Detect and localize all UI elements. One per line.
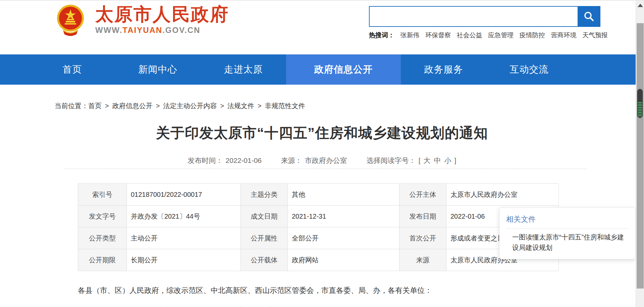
nav-item-interaction[interactable]: 互动交流 [486,54,572,85]
nav-item-about-taiyuan[interactable]: 走进太原 [201,54,286,85]
bracket-close: ] [454,157,457,164]
hot-keyword-link[interactable]: 疫情防控 [520,31,545,40]
info-label-topic-category: 主题分类 [241,184,288,206]
breadcrumb-item-home[interactable]: 首页 [88,101,102,111]
scrollbar-thumb[interactable] [637,23,644,289]
source-value: 市政府办公室 [305,157,347,164]
table-row: 索引号 012187001/2022-00017 主题分类 其他 公开主体 太原… [78,184,559,206]
hot-keyword-link[interactable]: 张新伟 [400,31,420,40]
search-input[interactable] [369,6,578,27]
site-logo[interactable]: 太原市人民政府 WWW.TAIYUAN.GOV.CN [56,3,229,36]
national-emblem-icon [56,3,85,36]
info-label-disclosure-attribute: 公开属性 [241,227,288,249]
breadcrumb: 当前位置： 首页 > 政府信息公开 > 法定主动公开内容 > 法规文件 > 非规… [55,101,305,111]
nav-item-home[interactable]: 首页 [30,54,115,85]
info-value-date-written: 2021-12-31 [288,206,399,227]
publish-time-value: 2022-01-06 [226,157,262,164]
related-documents-title: 相关文件 [506,214,629,224]
article-meta: 发布时间：2022-01-06 来源：市政府办公室 选择阅读字号：[大中小] [0,156,644,165]
scrollbar-up-arrow-icon[interactable] [638,4,643,7]
document-body: 各县（市、区）人民政府，综改示范区、中北高新区、西山示范区管委会，市直各委、局、… [78,285,557,307]
source-label: 来源： [281,157,302,164]
search-bar [369,6,600,27]
hot-keyword-link[interactable]: 营商环境 [551,31,576,40]
breadcrumb-separator: > [156,102,160,110]
info-label-date-published: 发布日期 [399,206,446,227]
scrollbar-marker-stripes [638,102,642,117]
site-url: WWW.TAIYUAN.GOV.CN [95,26,229,35]
info-label-index-no: 索引号 [78,184,127,206]
font-size-label: 选择阅读字号： [367,157,416,164]
document-salutation: 各县（市、区）人民政府，综改示范区、中北高新区、西山示范区管委会，市直各委、局、… [78,285,557,296]
breadcrumb-item-non-normative-docs[interactable]: 非规范性文件 [265,101,305,111]
hot-keyword-link[interactable]: 环保督察 [425,31,451,40]
site-name: 太原市人民政府 [95,3,229,25]
breadcrumb-item-regulatory-docs[interactable]: 法规文件 [227,101,254,111]
table-row: 公开期限 长期公开 公开载体 政府网站 来源 太原市人民政府办公室 [78,249,559,271]
hot-keywords-row: 热搜词： 张新伟 环保督察 社会公益 应急管理 疫情防控 营商环境 天气预报 [369,31,608,40]
hot-keyword-link[interactable]: 应急管理 [488,31,514,40]
info-label-disclosure-period: 公开期限 [78,249,127,271]
info-label-disclosing-body: 公开主体 [399,184,446,206]
related-documents-popup: 相关文件 一图读懂太原市“十四五”住房和城乡建设局建设规划 [499,207,636,259]
bracket-open: [ [419,157,421,164]
info-value-disclosure-period: 长期公开 [127,249,241,271]
info-label-doc-number: 发文字号 [78,206,127,227]
search-button[interactable] [578,6,600,27]
vertical-scrollbar[interactable] [636,1,644,307]
nav-item-gov-info-disclosure[interactable]: 政府信息公开 [286,54,401,85]
info-value-disclosure-type: 主动公开 [127,227,241,249]
breadcrumb-item-gov-info[interactable]: 政府信息公开 [112,101,153,111]
breadcrumb-label: 当前位置： [55,101,88,111]
page-title: 关于印发太原市“十四五”住房和城乡建设规划的通知 [0,124,644,142]
info-value-topic-category: 其他 [288,184,399,206]
publish-time-label: 发布时间： [188,157,223,164]
search-icon [583,11,595,22]
info-label-disclosure-carrier: 公开载体 [241,249,288,271]
page: 太原市人民政府 WWW.TAIYUAN.GOV.CN 热搜词： 张新伟 环保督察… [0,0,644,307]
scrollbar-position-marker[interactable] [637,89,643,118]
info-value-index-no: 012187001/2022-00017 [127,184,241,206]
info-label-source: 来源 [399,249,446,271]
info-value-disclosing-body: 太原市人民政府办公室 [446,184,559,206]
hot-keyword-link[interactable]: 社会公益 [457,31,482,40]
table-row: 公开类型 主动公开 公开属性 全部公开 首次公开 形成或者变更之日 [78,227,559,249]
info-label-disclosure-type: 公开类型 [78,227,127,249]
info-value-disclosure-carrier: 政府网站 [288,249,399,271]
breadcrumb-separator: > [258,102,262,110]
font-size-medium-button[interactable]: 中 [434,157,441,164]
hot-keywords-label: 热搜词： [369,31,394,40]
info-value-doc-number: 并政办发〔2021〕44号 [127,206,241,227]
info-value-disclosure-attribute: 全部公开 [288,227,399,249]
related-document-link[interactable]: 一图读懂太原市“十四五”住房和城乡建设局建设规划 [506,232,628,253]
breadcrumb-separator: > [105,102,109,110]
info-label-date-written: 成文日期 [241,206,288,227]
nav-item-news[interactable]: 新闻中心 [115,54,201,85]
breadcrumb-separator: > [220,102,224,110]
info-label-first-disclosure: 首次公开 [399,227,446,249]
main-nav: 首页 新闻中心 走进太原 政府信息公开 政务服务 互动交流 [0,54,636,85]
document-paragraph: 《太原市“十四五”住房和城乡建设规划》已经市人民政府同意，现印发给你们，请认真组… [78,305,557,307]
document-info-table: 索引号 012187001/2022-00017 主题分类 其他 公开主体 太原… [78,183,559,271]
table-row: 发文字号 并政办发〔2021〕44号 成文日期 2021-12-31 发布日期 … [78,206,559,227]
hot-keyword-link[interactable]: 天气预报 [582,31,608,40]
dashed-divider [64,169,587,169]
font-size-large-button[interactable]: 大 [424,157,431,164]
font-size-small-button[interactable]: 小 [444,157,451,164]
popup-divider [506,228,629,229]
breadcrumb-item-statutory-disclosure[interactable]: 法定主动公开内容 [163,101,217,111]
nav-item-gov-services[interactable]: 政务服务 [401,54,486,85]
